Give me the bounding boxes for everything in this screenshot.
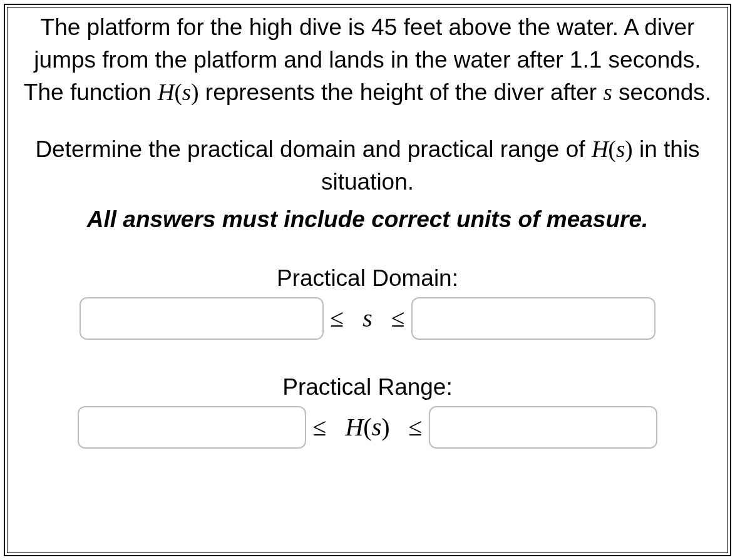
fn-letter: H [158,79,175,105]
le-symbol: ≤ [409,413,423,441]
le-symbol: ≤ [391,304,405,332]
paren-open: ( [363,413,371,441]
paren-open: ( [174,79,182,105]
variable-s: s [603,79,612,105]
instruction-text: Determine the practical domain and pract… [14,133,721,198]
practical-range-label: Practical Range: [14,372,721,402]
fn-arg: s [372,413,382,441]
le-symbol: ≤ [312,413,326,441]
function-notation: H(s) [158,79,199,105]
range-upper-input[interactable] [429,406,657,449]
text-segment: represents the height of the diver after [199,79,604,105]
range-inequality: ≤ H(s) ≤ [310,412,424,442]
variable-s: s [362,304,373,332]
paren-close: ) [625,136,632,162]
domain-upper-input[interactable] [411,297,655,340]
range-lower-input[interactable] [78,406,306,449]
practical-domain-row: ≤ s ≤ [14,297,721,340]
domain-lower-input[interactable] [80,297,324,340]
function-notation: H(s) [592,136,633,162]
domain-inequality: ≤ s ≤ [327,303,407,333]
fn-letter: H [592,136,609,162]
practical-domain-label: Practical Domain: [14,263,721,293]
text-segment: Determine the practical domain and pract… [35,136,591,162]
problem-statement: The platform for the high dive is 45 fee… [14,11,721,108]
paren-open: ( [609,136,616,162]
fn-arg: s [616,136,625,162]
fn-letter: H [345,413,363,441]
le-symbol: ≤ [330,304,344,332]
paren-close: ) [381,413,389,441]
problem-outer-frame: The platform for the high dive is 45 fee… [4,4,731,556]
practical-range-row: ≤ H(s) ≤ [14,406,721,449]
paren-close: ) [191,79,198,105]
units-reminder: All answers must include correct units o… [14,203,721,236]
fn-arg: s [182,79,191,105]
text-segment: seconds. [612,79,711,105]
problem-inner-frame: The platform for the high dive is 45 fee… [7,7,728,553]
